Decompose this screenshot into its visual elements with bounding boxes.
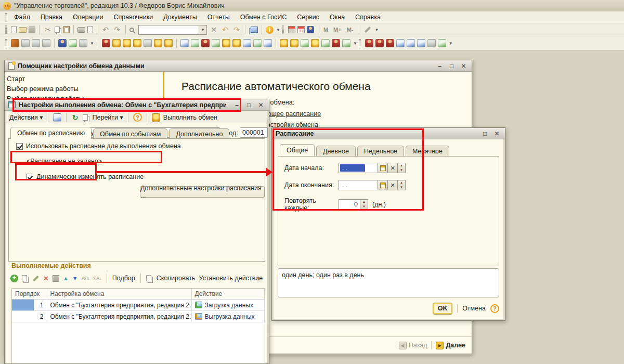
table-row[interactable]: 1 Обмен с "Бухгалтерия предприятия, реда… — [12, 300, 265, 311]
tab-monthly[interactable]: Месячное — [406, 146, 449, 157]
seller-icon[interactable] — [375, 39, 384, 47]
minimize-icon[interactable]: – — [435, 62, 444, 70]
menu-edit[interactable]: Правка — [35, 12, 68, 22]
menu-file[interactable]: Файл — [9, 12, 35, 22]
close-icon[interactable]: ✕ — [256, 101, 265, 109]
unload-icon[interactable] — [222, 39, 230, 47]
doc-red-icon[interactable] — [396, 39, 405, 47]
print-report-icon[interactable] — [21, 39, 30, 47]
customer-icon[interactable] — [102, 39, 110, 47]
pick-button[interactable]: Подбор — [112, 275, 135, 282]
save-icon[interactable] — [29, 27, 35, 33]
tab-general[interactable]: Общие — [280, 144, 315, 156]
ok-button[interactable]: OK — [433, 303, 452, 315]
search-combobox[interactable]: ▼ — [138, 25, 207, 35]
money-flow-icon[interactable] — [232, 39, 241, 47]
copy-item-icon[interactable] — [83, 114, 88, 121]
menu-operations[interactable]: Операции — [68, 12, 108, 22]
open-icon[interactable] — [19, 27, 27, 33]
wrench-dropdown-icon[interactable]: ▼ — [375, 28, 379, 32]
tab-weekly[interactable]: Недельное — [357, 146, 404, 157]
tab-event-exchange[interactable]: Обмен по событиям — [93, 128, 167, 139]
move-down-icon[interactable]: ▼ — [72, 275, 78, 281]
payment-icon[interactable] — [133, 39, 141, 47]
menu-service[interactable]: Сервис — [292, 12, 324, 22]
sort-asc-icon[interactable]: АЯ↓ — [82, 276, 90, 281]
clear-icon[interactable]: ✕ — [209, 25, 218, 34]
archive-icon[interactable] — [11, 39, 19, 47]
advanced-schedule-button[interactable]: Дополнительные настройки расписания ... — [140, 186, 265, 198]
help-icon[interactable]: ? — [133, 113, 142, 122]
start-date-calendar-button[interactable] — [378, 163, 388, 173]
print-preview-icon[interactable] — [87, 26, 93, 33]
nav-forward-icon[interactable]: ↷ — [232, 25, 241, 34]
doc-approve-icon[interactable] — [438, 39, 446, 47]
bank-icon[interactable] — [144, 39, 152, 47]
run-exchange-icon[interactable] — [152, 113, 160, 122]
menu-reports[interactable]: Отчеты — [202, 12, 235, 22]
repeat-input[interactable]: 0 — [339, 199, 360, 210]
find-icon[interactable] — [129, 28, 134, 32]
calc-dropdown-icon[interactable]: ▼ — [90, 41, 94, 46]
close-icon[interactable]: ✕ — [459, 62, 468, 70]
cashbox-icon[interactable] — [69, 39, 77, 47]
tab-daily[interactable]: Дневное — [316, 146, 356, 157]
maximize-icon[interactable]: □ — [244, 101, 253, 109]
info-icon[interactable]: i — [266, 26, 274, 34]
wizard-titlebar[interactable]: Помощник настройки обмена данными – □ ✕ — [5, 60, 472, 72]
doc-coins-icon[interactable] — [311, 39, 319, 47]
cash-icon[interactable] — [154, 39, 162, 47]
copy-icon[interactable] — [55, 27, 60, 33]
register-dropdown-icon[interactable]: ▼ — [353, 41, 357, 46]
doc-check-icon[interactable] — [301, 39, 309, 47]
memory-m-minus-button[interactable]: M- — [345, 27, 355, 33]
receipt-icon[interactable] — [191, 39, 199, 47]
actions-menu-button[interactable]: Действия ▾ — [9, 113, 43, 121]
dynamic-checkbox-row[interactable]: Динамически изменять расписание — [27, 173, 144, 180]
nav-back-icon[interactable]: ↶ — [220, 25, 230, 34]
col-action[interactable]: Действие — [191, 289, 265, 300]
copy-action-icon[interactable] — [146, 275, 151, 281]
menu-documents[interactable]: Документы — [158, 12, 202, 22]
start-date-spinner[interactable]: ▲▼ — [398, 163, 406, 173]
wizard-step-mode[interactable]: Выбор режима работы — [7, 84, 84, 94]
windows-cascade-icon[interactable] — [251, 27, 258, 33]
table-row[interactable]: 2 Обмен с "Бухгалтерия предприятия, реда… — [12, 311, 265, 322]
menu-windows[interactable]: Окна — [324, 12, 350, 22]
schedule-not-set-link[interactable]: <Расписание не задано> — [27, 158, 102, 165]
minimize-icon[interactable]: – — [232, 101, 241, 109]
end-date-input[interactable]: . . — [339, 180, 378, 190]
repeat-spinner[interactable]: ▲▼ — [360, 199, 368, 210]
undo-icon[interactable]: ↶ — [101, 25, 110, 34]
invoice-icon[interactable] — [243, 39, 251, 47]
help-icon[interactable]: ? — [490, 304, 499, 313]
print-icon[interactable] — [77, 27, 85, 33]
calc-edit-icon[interactable] — [79, 39, 87, 47]
memory-m-plus-button[interactable]: M+ — [332, 27, 343, 33]
info-dropdown-icon[interactable]: ▼ — [276, 28, 280, 32]
settings-titlebar[interactable]: Настройки выполнения обмена: Обмен с "Бу… — [5, 99, 269, 111]
end-date-clear-button[interactable]: ✕ — [388, 180, 398, 190]
calculator-icon[interactable] — [288, 26, 295, 33]
doc-sum-icon[interactable] — [407, 39, 415, 47]
journal-icon[interactable] — [427, 39, 436, 47]
coins-icon[interactable] — [164, 39, 173, 47]
code-input[interactable] — [240, 127, 268, 138]
doc-percent-icon[interactable] — [321, 39, 330, 47]
refresh-icon[interactable]: ↻ — [71, 113, 80, 122]
customer-order-icon[interactable] — [112, 39, 121, 47]
run-exchange-button[interactable]: Выполнить обмен — [163, 114, 217, 121]
maximize-icon[interactable]: □ — [447, 62, 456, 70]
sort-desc-icon[interactable]: ЯА↓ — [93, 276, 101, 281]
user-permissions-icon[interactable] — [307, 26, 314, 33]
write-icon[interactable] — [53, 113, 61, 122]
set-action-button[interactable]: Установить действие — [199, 275, 263, 282]
paste-icon[interactable] — [63, 26, 70, 33]
start-date-input[interactable]: . . — [339, 163, 378, 173]
menu-catalogs[interactable]: Справочники — [108, 12, 158, 22]
new-document-icon[interactable] — [11, 26, 17, 33]
wrench-icon[interactable] — [364, 27, 371, 33]
cart-icon[interactable] — [123, 39, 131, 47]
end-date-spinner[interactable]: ▲▼ — [398, 180, 406, 190]
menu-help[interactable]: Справка — [350, 12, 386, 22]
